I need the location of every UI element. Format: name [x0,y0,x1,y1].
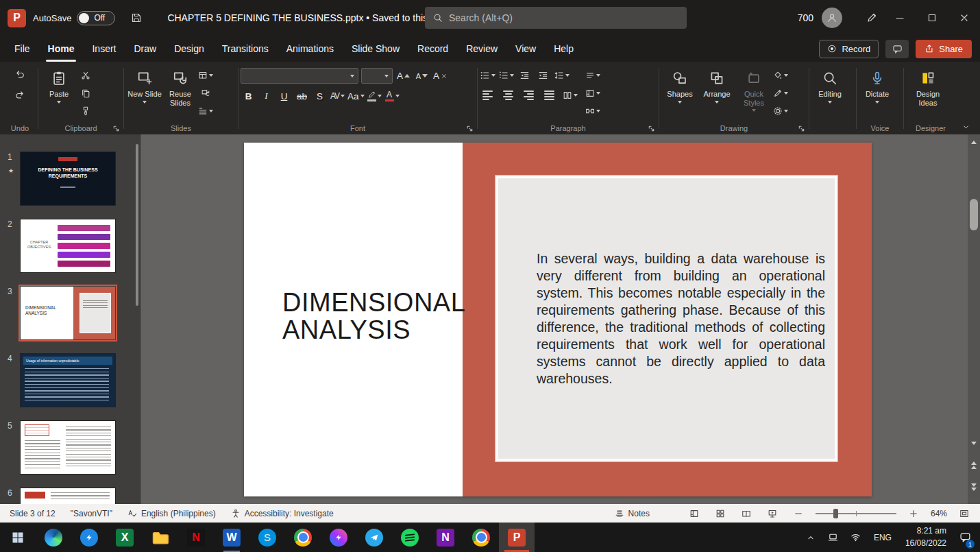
paragraph-dialog-launcher[interactable] [648,125,655,132]
new-slide-button[interactable]: New Slide [126,67,163,104]
tab-draw[interactable]: Draw [125,36,165,62]
columns-button[interactable] [562,88,578,103]
taskbar-messenger[interactable] [321,523,356,552]
normal-view-button[interactable] [685,506,703,521]
editing-button[interactable]: Editing [811,67,848,104]
clipboard-dialog-launcher[interactable] [112,125,120,132]
search-input[interactable]: Search (Alt+Q) [425,7,687,29]
taskbar-skype[interactable] [249,523,285,552]
slide-thumbnail-1[interactable]: 1★ DEFINING THE BUSINESS REQUIREMENTS [0,152,140,205]
shape-outline-button[interactable] [772,86,788,101]
slide-counter[interactable]: Slide 3 of 12 [10,509,56,518]
increase-indent-button[interactable] [535,68,551,83]
bold-button[interactable]: B [241,88,256,104]
quick-styles-button[interactable]: Quick Styles [735,67,772,112]
tab-design[interactable]: Design [165,36,213,62]
zoom-in-button[interactable] [905,506,922,521]
format-painter-button[interactable] [77,104,93,119]
clock[interactable]: 8:21 am 16/08/2022 [900,525,952,549]
align-center-button[interactable] [500,88,516,103]
tab-record[interactable]: Record [408,36,457,62]
slide-body-textbox[interactable]: In several ways, building a data warehou… [495,176,837,461]
shape-fill-button[interactable] [772,68,788,83]
underline-button[interactable]: U [276,88,292,104]
justify-button[interactable] [541,88,557,103]
taskbar-file-explorer[interactable] [143,523,178,552]
numbering-button[interactable] [498,68,514,83]
slide-title-text[interactable]: DIMENSIONAL ANALYSIS [282,289,466,344]
share-button[interactable]: Share [916,40,972,58]
shrink-font-button[interactable]: A [414,69,430,84]
drawing-dialog-launcher[interactable] [798,125,805,132]
accessibility-status[interactable]: Accessibility: Investigate [231,509,334,518]
taskbar-onenote[interactable] [428,523,463,552]
taskbar-edge[interactable] [36,523,71,552]
character-spacing-button[interactable]: AV [330,88,345,104]
next-slide-button[interactable] [968,481,980,493]
reading-view-button[interactable] [737,506,755,521]
taskbar-chrome-2[interactable] [463,523,499,552]
autosave-toggle[interactable]: Off [77,11,115,25]
zoom-out-button[interactable] [789,506,807,521]
taskbar-telegram[interactable] [356,523,392,552]
slide-show-button[interactable] [763,506,781,521]
font-color-button[interactable]: A [384,88,400,104]
tab-help[interactable]: Help [545,36,583,62]
scroll-down-button[interactable] [968,437,980,449]
section-button[interactable] [197,104,213,119]
convert-smartart-button[interactable] [585,104,600,119]
paste-button[interactable]: Paste [40,67,77,104]
slide-thumbnail-2[interactable]: 2 CHAPTER OBJECTIVES [0,219,140,272]
copy-button[interactable] [77,86,93,101]
record-button[interactable]: Record [819,40,879,58]
reset-slide-button[interactable] [197,86,213,101]
account-avatar[interactable] [822,8,842,28]
tray-show-hidden-icons[interactable] [801,523,820,552]
tab-insert[interactable]: Insert [83,36,125,62]
highlight-color-button[interactable] [367,88,382,104]
text-shadow-button[interactable]: S [312,88,328,104]
slide-sorter-view-button[interactable] [711,506,729,521]
decrease-indent-button[interactable] [517,68,532,83]
tab-home[interactable]: Home [39,36,84,62]
taskbar-netflix[interactable] [178,523,214,552]
input-language[interactable]: ENG [868,533,897,542]
undo-button[interactable] [12,67,28,82]
tray-network[interactable] [846,523,866,552]
maximize-button[interactable] [916,0,948,36]
slide-thumbnail-3[interactable]: 3 DIMENSIONAL ANALYSIS [0,287,140,339]
language-status[interactable]: English (Philippines) [127,509,216,518]
tab-animations[interactable]: Animations [278,36,343,62]
tab-file[interactable]: File [5,36,39,62]
tab-view[interactable]: View [506,36,545,62]
tray-display[interactable] [823,523,843,552]
notification-center-button[interactable]: 1 [955,523,976,552]
save-button[interactable] [125,5,148,30]
font-name-select[interactable] [241,68,358,84]
powerpoint-app-icon[interactable]: P [8,9,26,27]
taskbar-chrome[interactable] [285,523,321,552]
shapes-button[interactable]: Shapes [661,67,698,104]
fit-slide-button[interactable] [955,506,973,521]
document-title[interactable]: CHAPTER 5 DEFINING THE BUSINESS.pptx • S… [167,12,457,23]
slide-thumbnail-4[interactable]: 4 Usage of information unpredictable [0,354,140,407]
close-button[interactable] [948,0,980,36]
taskbar-powerpoint[interactable] [499,523,535,552]
zoom-slider-thumb[interactable] [833,509,838,518]
previous-slide-button[interactable] [968,459,980,471]
arrange-button[interactable]: Arrange [698,67,735,104]
italic-button[interactable]: I [258,88,274,104]
scroll-up-button[interactable] [968,136,980,148]
vertical-scrollbar[interactable] [968,134,980,504]
slide-thumbnail-6[interactable]: 6 [0,488,140,504]
reuse-slides-button[interactable]: Reuse Slides [163,67,197,107]
design-ideas-button[interactable]: Design Ideas [906,67,950,107]
align-left-button[interactable] [480,88,495,103]
theme-name[interactable]: "SavonVTI" [71,509,112,518]
shape-effects-button[interactable] [772,104,788,119]
minimize-button[interactable] [883,0,916,36]
taskbar-word[interactable] [214,523,249,552]
thumbnail-scrollbar[interactable] [136,144,138,306]
scrollbar-thumb[interactable] [970,199,978,230]
zoom-slider[interactable] [816,513,896,514]
